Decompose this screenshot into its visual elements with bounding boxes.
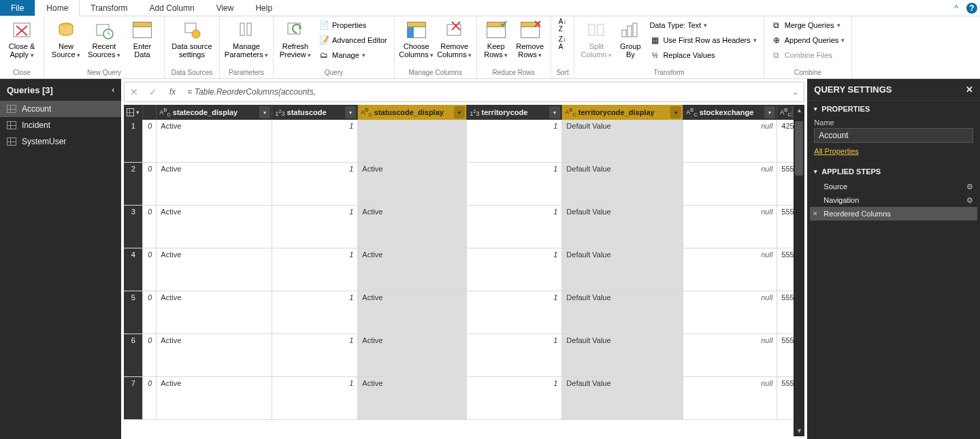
help-icon[interactable]: ? [966, 3, 977, 14]
row-index[interactable]: 4 [124, 248, 143, 291]
remove-rows-button[interactable]: RemoveRows [512, 18, 548, 59]
manage-parameters-button[interactable]: ManageParameters [223, 18, 270, 59]
cell[interactable]: Active [157, 163, 272, 205]
cell[interactable]: Active [358, 206, 467, 248]
refresh-preview-button[interactable]: RefreshPreview [276, 18, 314, 59]
formula-commit-icon[interactable]: ✓ [144, 82, 163, 101]
applied-step-source[interactable]: Source⚙ [810, 180, 977, 193]
cell[interactable]: 1 [467, 291, 562, 334]
cell[interactable]: 1 [467, 377, 562, 419]
properties-section-header[interactable]: PROPERTIES [807, 101, 980, 117]
close-and-apply-button[interactable]: Close &Apply [3, 18, 41, 59]
column-header-hidden[interactable] [143, 105, 157, 120]
cell[interactable]: 1 [272, 334, 358, 376]
cell[interactable]: 1 [467, 163, 562, 205]
applied-steps-header[interactable]: APPLIED STEPS [807, 163, 980, 180]
scroll-down-icon[interactable]: ▼ [794, 425, 804, 436]
append-queries-button[interactable]: ⊕Append Queries [770, 33, 847, 48]
cell[interactable]: Default Value [562, 163, 683, 205]
cell[interactable]: 1 [467, 206, 562, 248]
recent-sources-button[interactable]: RecentSources [85, 18, 123, 59]
combine-files-button[interactable]: ⧉Combine Files [770, 48, 847, 63]
row-index[interactable]: 7 [124, 377, 143, 419]
split-column-button[interactable]: SplitColumn [577, 18, 615, 59]
choose-columns-button[interactable]: ChooseColumns [397, 18, 436, 59]
query-name-input[interactable] [814, 128, 973, 143]
table-row[interactable]: 10Active11Default Valuenull425 [124, 120, 804, 163]
cell[interactable]: Active [157, 120, 272, 162]
cell[interactable]: null [683, 334, 777, 376]
query-item-incident[interactable]: Incident [0, 117, 121, 133]
formula-input[interactable] [182, 87, 786, 97]
cell[interactable]: Default Value [562, 334, 683, 376]
use-first-row-headers-button[interactable]: ▦Use First Row as Headers [648, 33, 757, 48]
advanced-editor-button[interactable]: 📝Advanced Editor [317, 33, 389, 48]
query-item-systemuser[interactable]: SystemUser [0, 133, 121, 150]
cell[interactable]: Default Value [562, 377, 683, 419]
cell[interactable]: Active [358, 163, 467, 205]
queries-collapse-icon[interactable]: ‹ [112, 85, 114, 95]
remove-columns-button[interactable]: RemoveColumns [436, 18, 474, 59]
cell[interactable]: Default Value [562, 248, 683, 291]
table-row[interactable]: 60Active1Active1Default Valuenull555 [124, 334, 804, 377]
cell[interactable]: 1 [272, 248, 358, 291]
cell[interactable]: 0 [143, 334, 157, 376]
data-source-settings-button[interactable]: Data sourcesettings [167, 18, 216, 59]
column-filter-dropdown-icon[interactable]: ▾ [345, 106, 356, 118]
column-filter-dropdown-icon[interactable]: ▾ [670, 106, 681, 118]
cell[interactable]: null [683, 206, 777, 248]
column-filter-dropdown-icon[interactable]: ▾ [259, 106, 270, 118]
formula-cancel-icon[interactable]: ✕ [125, 82, 144, 101]
cell[interactable]: 0 [143, 248, 157, 291]
cell[interactable]: null [683, 248, 777, 291]
column-filter-dropdown-icon[interactable]: ▾ [549, 106, 560, 118]
row-index[interactable]: 2 [124, 163, 143, 205]
cell[interactable]: Default Value [562, 120, 683, 162]
table-row[interactable]: 40Active1Active1Default Valuenull555 [124, 248, 804, 291]
cell[interactable]: Active [358, 291, 467, 334]
scroll-thumb[interactable] [795, 121, 803, 176]
manage-button[interactable]: 🗂Manage [317, 48, 389, 63]
cell[interactable]: Active [157, 206, 272, 248]
row-index[interactable]: 5 [124, 291, 143, 334]
cell[interactable]: Active [358, 334, 467, 376]
query-settings-close-icon[interactable]: ✕ [966, 84, 973, 95]
replace-values-button[interactable]: ½Replace Values [648, 48, 757, 63]
formula-expand-icon[interactable]: ⌄ [786, 88, 804, 97]
cell[interactable]: Default Value [562, 206, 683, 248]
gear-icon[interactable]: ⚙ [966, 182, 973, 191]
cell[interactable]: Active [157, 291, 272, 334]
sort-asc-button[interactable]: A↓Z [557, 18, 569, 33]
ribbon-collapse-icon[interactable]: ^ [949, 0, 964, 16]
column-header-statuscode[interactable]: 123statuscode▾ [272, 105, 358, 120]
merge-queries-button[interactable]: ⧉Merge Queries [770, 18, 847, 33]
column-filter-dropdown-icon[interactable]: ▾ [454, 106, 465, 118]
cell[interactable]: Default Value [562, 291, 683, 334]
enter-data-button[interactable]: EnterData [123, 18, 161, 59]
sort-desc-button[interactable]: Z↓A [557, 35, 569, 50]
applied-step-reordered-columns[interactable]: Reordered Columns [810, 207, 977, 221]
cell[interactable]: null [683, 291, 777, 334]
group-by-button[interactable]: GroupBy [615, 18, 645, 59]
cell[interactable]: Active [157, 248, 272, 291]
vertical-scrollbar[interactable]: ▲ ▼ [794, 105, 804, 436]
column-header-statecode_display[interactable]: ABCstatecode_display▾ [157, 105, 272, 120]
cell[interactable]: Active [157, 377, 272, 419]
applied-step-navigation[interactable]: Navigation⚙ [810, 193, 977, 207]
all-properties-link[interactable]: All Properties [814, 147, 858, 155]
column-header-statuscode_display[interactable]: ABCstatuscode_display▾ [358, 105, 467, 120]
gear-icon[interactable]: ⚙ [966, 196, 973, 205]
cell[interactable]: null [683, 163, 777, 205]
cell[interactable]: 0 [143, 206, 157, 248]
cell[interactable]: null [683, 377, 777, 419]
table-row[interactable]: 50Active1Active1Default Valuenull555 [124, 291, 804, 334]
table-select-all[interactable]: ▾ [124, 105, 143, 120]
menu-tab-addcolumn[interactable]: Add Column [139, 0, 206, 16]
cell[interactable]: null [683, 120, 777, 162]
cell[interactable]: 1 [272, 120, 358, 162]
query-item-account[interactable]: Account [0, 101, 121, 117]
column-header-territorycode[interactable]: 123territorycode▾ [467, 105, 562, 120]
table-row[interactable]: 30Active1Active1Default Valuenull555 [124, 206, 804, 248]
cell[interactable]: 0 [143, 120, 157, 162]
row-index[interactable]: 6 [124, 334, 143, 376]
